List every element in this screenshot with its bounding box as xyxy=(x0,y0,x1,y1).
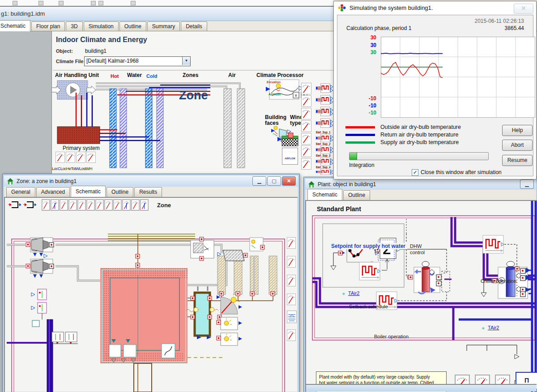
gauge-icon[interactable] xyxy=(301,95,311,107)
gauge-icon[interactable] xyxy=(42,199,50,211)
gauge-icon[interactable] xyxy=(51,199,59,211)
toolbar-icon[interactable] xyxy=(38,1,43,5)
schedule-icon[interactable] xyxy=(316,157,333,166)
port-out-icon[interactable] xyxy=(23,200,36,210)
tab-details[interactable]: Details xyxy=(181,21,207,31)
schedule-icon[interactable] xyxy=(316,95,333,105)
maximize-button[interactable]: ▢ xyxy=(267,176,281,186)
resume-button[interactable]: Resume xyxy=(502,155,533,166)
supply-fan-icon[interactable] xyxy=(30,259,54,278)
gauge-icon[interactable] xyxy=(301,158,311,170)
airflow-icon[interactable]: ····· ····· AIRFLOW xyxy=(282,148,298,165)
minimize-button[interactable]: ▁ xyxy=(520,179,534,189)
daylight-icon[interactable] xyxy=(217,294,242,314)
ahu-icon[interactable] xyxy=(52,81,96,99)
tab-outline[interactable]: Outline xyxy=(119,21,146,31)
tab-plant-schematic[interactable]: Schematic xyxy=(307,189,342,200)
help-button[interactable]: Help xyxy=(502,125,533,136)
tab-schematic[interactable]: Schematic xyxy=(0,20,30,31)
tab-zone-results[interactable]: Results xyxy=(134,187,162,197)
tab-plant-outline[interactable]: Outline xyxy=(343,190,370,200)
tair2-link[interactable]: TAir2 xyxy=(348,290,359,296)
horizontal-scrollbar[interactable] xyxy=(306,384,537,392)
legend-item: Outside air dry-bulb temperature xyxy=(345,124,461,130)
supply-link-label[interactable]: Earl_Sup_2 xyxy=(316,142,330,145)
gauge-icon[interactable] xyxy=(301,120,311,132)
supply-link-label[interactable]: Earl_Sup_1 xyxy=(316,131,330,134)
gauge-icon[interactable] xyxy=(76,152,85,163)
cold-water-coil[interactable] xyxy=(120,89,127,168)
thermal-bridge-icon[interactable] xyxy=(250,238,264,251)
toolbar-icon[interactable] xyxy=(98,1,103,5)
gauge-icon[interactable] xyxy=(301,108,311,119)
toolbar-icon[interactable] xyxy=(13,1,17,5)
water-riser[interactable] xyxy=(31,289,78,392)
toolbar-icon[interactable] xyxy=(91,1,96,5)
zone-node-label[interactable]: Zone xyxy=(179,89,208,102)
gauge-icon[interactable] xyxy=(77,199,86,211)
schedule-icon[interactable] xyxy=(316,83,333,93)
schedule-icon[interactable] xyxy=(316,107,333,116)
supply-link-label[interactable]: Earl_Sup_4 xyxy=(316,166,330,169)
abort-button[interactable]: Abort xyxy=(502,140,533,151)
zone-schematic-canvas[interactable] xyxy=(7,234,298,392)
gauge-icon[interactable] xyxy=(287,294,296,305)
main-window-titlebar[interactable]: g1: building1.idm xyxy=(0,7,334,21)
toolbar-icon[interactable] xyxy=(131,1,136,5)
zone-window-titlebar[interactable]: Zone: a zone in building1 ▁ ▢ ✕ xyxy=(4,175,298,187)
gauge-icon[interactable] xyxy=(131,199,140,211)
gauge-icon[interactable] xyxy=(122,199,131,211)
tab-3d[interactable]: 3D xyxy=(66,21,82,31)
boiler-icon[interactable] xyxy=(406,234,450,294)
tab-floor-plan[interactable]: Floor plan xyxy=(31,21,65,31)
tab-zone-outline[interactable]: Outline xyxy=(107,187,133,197)
gauge-icon[interactable] xyxy=(301,145,311,157)
minimize-button[interactable]: ▁ xyxy=(252,176,266,186)
gauge-icon[interactable] xyxy=(86,152,96,163)
sum-block-icon[interactable]: Σ xyxy=(375,238,401,260)
sim-dialog-titlebar[interactable]: Simulating the system building1. xyxy=(334,1,536,14)
ytick: -10 xyxy=(361,95,376,102)
wave-meter-icon[interactable] xyxy=(287,311,297,323)
gauge-icon[interactable] xyxy=(287,329,296,341)
schedule-icon[interactable] xyxy=(316,118,333,128)
zone-body[interactable] xyxy=(100,268,188,363)
port-in-icon[interactable] xyxy=(8,200,21,210)
gauge-icon[interactable] xyxy=(95,199,104,211)
gauge-icon[interactable] xyxy=(104,199,113,211)
lighting-icon[interactable] xyxy=(217,317,242,345)
tab-zone-schematic[interactable]: Schematic xyxy=(71,186,106,197)
gauge-icon[interactable] xyxy=(301,133,311,145)
tab-general[interactable]: General xyxy=(6,187,35,197)
gauge-icon[interactable] xyxy=(55,152,65,163)
supply-link-label[interactable]: Earl_Sup_3 xyxy=(316,154,330,157)
gauge-icon[interactable] xyxy=(287,256,296,268)
tair2-link-2[interactable]: TAir2 xyxy=(488,325,499,330)
gauge-icon[interactable] xyxy=(140,199,149,211)
leak-component[interactable] xyxy=(191,237,214,260)
gauge-icon[interactable] xyxy=(301,83,311,94)
plant-window-titlebar[interactable]: Plant: object in building1 ▁ xyxy=(305,179,536,190)
gauge-icon[interactable] xyxy=(86,199,95,211)
gauge-icon[interactable] xyxy=(60,199,68,211)
schedule-icon[interactable] xyxy=(316,134,333,142)
gauge-icon[interactable] xyxy=(113,199,122,211)
gauge-icon[interactable] xyxy=(68,199,77,211)
close-after-sim-checkbox[interactable]: ✓ xyxy=(412,169,418,176)
return-fan-icon[interactable] xyxy=(30,238,54,256)
plant-schematic-canvas[interactable]: Σ xyxy=(307,201,537,392)
close-button[interactable]: ✕ xyxy=(282,176,296,186)
tab-summary[interactable]: Summary xyxy=(147,21,180,31)
tab-simulation[interactable]: Simulation xyxy=(84,21,119,31)
air-duct-bar[interactable] xyxy=(224,89,231,168)
gauge-icon[interactable] xyxy=(287,275,296,286)
tab-advanced[interactable]: Advanced xyxy=(36,187,70,197)
gauge-icon[interactable] xyxy=(287,237,296,249)
primary-system-icon[interactable] xyxy=(57,127,100,144)
hot-water-coil[interactable] xyxy=(110,89,116,168)
schedule-icon[interactable] xyxy=(316,169,333,175)
schedule-icon[interactable] xyxy=(316,145,333,154)
gauge-icon[interactable] xyxy=(66,152,75,163)
toolbar-icon[interactable] xyxy=(59,1,64,5)
close-icon[interactable]: ✕ xyxy=(514,4,533,14)
